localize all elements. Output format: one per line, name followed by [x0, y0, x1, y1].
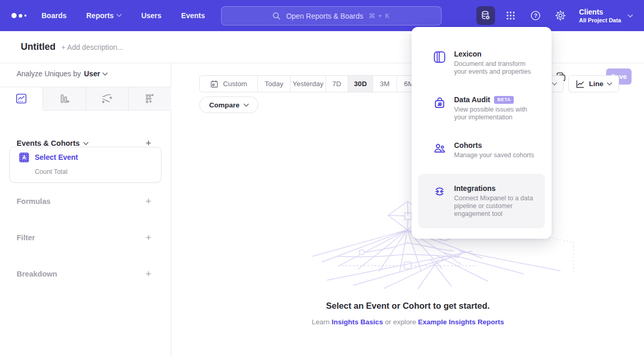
date-range-segmented-control: Custom Today Yesterday 7D 30D 3M 6M [199, 75, 421, 92]
date-range-30d[interactable]: 30D [348, 76, 373, 92]
insights-report-page: Boards Reports Users Events Open Reports… [0, 0, 644, 357]
date-range-label: 30D [354, 80, 367, 88]
top-nav: Boards Reports Users Events Open Reports… [0, 0, 644, 31]
tab-line-chart[interactable] [0, 87, 43, 111]
date-range-7d[interactable]: 7D [326, 76, 348, 92]
breakdown-section-label: Breakdown [17, 270, 57, 278]
chevron-down-icon [84, 141, 88, 145]
chevron-down-icon [553, 81, 557, 85]
chevron-down-icon [117, 12, 121, 17]
menu-item-integrations[interactable]: Integrations Connect Mixpanel to a data … [418, 174, 545, 228]
add-breakdown-button[interactable] [144, 270, 153, 279]
apps-grid-icon [505, 10, 516, 21]
date-range-label: Custom [223, 80, 248, 88]
cohorts-users-icon [433, 142, 446, 155]
line-style-icon [576, 79, 585, 89]
select-event-label[interactable]: Select Event [35, 153, 78, 161]
global-search-input[interactable]: Open Reports & Boards ⌘ + K [221, 6, 442, 25]
data-management-menu: Lexicon Document and transform your even… [412, 27, 552, 239]
menu-item-description: Document and transform your events and p… [454, 60, 537, 76]
empty-state-title: Select an Event or Cohort to get started… [172, 301, 644, 311]
add-filter-button[interactable] [144, 234, 153, 243]
nav-item-label: Users [141, 11, 161, 20]
report-description-placeholder[interactable]: + Add description... [61, 43, 123, 51]
mixpanel-logo-icon[interactable] [11, 13, 32, 18]
events-cohorts-label: Events & Cohorts [17, 139, 80, 147]
analyze-value-dropdown[interactable]: User [84, 70, 107, 78]
chart-type-tabs [0, 87, 171, 111]
nav-links: Boards Reports Users Events [42, 11, 205, 20]
date-range-custom[interactable]: Custom [200, 76, 258, 92]
chart-style-label: Line [589, 80, 604, 88]
chevron-down-icon [103, 71, 107, 75]
compare-dropdown[interactable]: Compare [199, 97, 258, 113]
project-switcher[interactable]: Clients All Project Data [579, 8, 633, 24]
metric-dots-icon [144, 93, 156, 104]
menu-item-title: Data Audit [454, 95, 490, 104]
compare-label: Compare [209, 101, 240, 109]
empty-state-subtitle: Learn Insights Basics or explore Example… [172, 318, 644, 326]
org-name: Clients [579, 8, 621, 17]
analyze-value: User [84, 70, 100, 78]
apps-grid-button[interactable] [501, 6, 520, 25]
calendar-icon [210, 80, 218, 88]
menu-item-title: Integrations [454, 184, 496, 193]
project-name: All Project Data [579, 17, 621, 24]
report-title[interactable]: Untitled [21, 42, 56, 52]
date-range-3m[interactable]: 3M [373, 76, 397, 92]
search-shortcut: ⌘ + K [368, 12, 390, 20]
data-management-button[interactable] [476, 6, 495, 25]
events-cohorts-header[interactable]: Events & Cohorts [17, 139, 88, 147]
lexicon-book-icon [433, 50, 446, 64]
date-range-label: 3M [380, 80, 390, 88]
nav-item-events[interactable]: Events [181, 11, 205, 20]
svg-text:?: ? [533, 12, 537, 19]
date-range-today[interactable]: Today [258, 76, 291, 92]
help-icon: ? [530, 10, 541, 21]
menu-item-title: Lexicon [454, 50, 482, 58]
integrations-sync-icon [433, 185, 446, 198]
menu-item-description: Manage your saved cohorts [454, 152, 537, 159]
menu-item-description: View possible issues with your implement… [454, 106, 537, 121]
example-insights-reports-link[interactable]: Example Insights Reports [418, 318, 504, 326]
database-gear-icon [480, 10, 491, 21]
menu-item-highlight: Integrations Connect Mixpanel to a data … [418, 174, 545, 228]
insights-basics-link[interactable]: Insights Basics [332, 318, 383, 326]
bar-chart-icon [59, 93, 70, 104]
line-chart-icon [16, 93, 27, 104]
settings-button[interactable] [551, 6, 570, 25]
chevron-down-icon [608, 81, 612, 85]
nav-item-users[interactable]: Users [141, 11, 161, 20]
nav-icon-group: ? Clients All Project Data [476, 0, 644, 31]
or-explore-text: or explore [385, 318, 416, 326]
menu-item-title: Cohorts [454, 141, 482, 149]
event-card[interactable]: A Select Event Count Total [9, 147, 161, 183]
date-range-yesterday[interactable]: Yesterday [291, 76, 326, 92]
flow-chart-icon [101, 92, 113, 105]
query-builder-sidebar: Analyze Uniques by User [0, 63, 171, 357]
menu-item-data-audit[interactable]: Data Audit BETA View possible issues wit… [412, 89, 552, 128]
formulas-section-label: Formulas [17, 197, 50, 205]
add-formula-button[interactable] [144, 197, 153, 207]
nav-item-reports[interactable]: Reports [86, 11, 121, 20]
chevron-down-icon [244, 102, 249, 106]
tab-flow-chart[interactable] [86, 87, 129, 110]
menu-item-lexicon[interactable]: Lexicon Document and transform your even… [412, 44, 552, 82]
menu-item-description: Connect Mixpanel to a data pipeline or c… [454, 195, 537, 218]
nav-item-label: Events [181, 11, 205, 20]
nav-item-label: Boards [42, 11, 66, 20]
menu-item-cohorts[interactable]: Cohorts Manage your saved cohorts [412, 135, 552, 166]
settings-gear-icon [555, 10, 566, 21]
count-total-dropdown[interactable]: Count Total [35, 168, 67, 175]
search-icon [272, 12, 281, 20]
search-placeholder: Open Reports & Boards [286, 12, 363, 20]
tab-bar-chart[interactable] [43, 87, 86, 110]
chevron-down-icon [628, 13, 633, 17]
filter-section-label: Filter [17, 234, 35, 242]
beta-badge: BETA [494, 96, 514, 104]
nav-item-boards[interactable]: Boards [42, 11, 66, 20]
chart-style-dropdown[interactable]: Line [568, 75, 619, 92]
tab-metric-dots[interactable] [129, 87, 171, 110]
analyze-uniques-row: Analyze Uniques by User [17, 70, 107, 78]
help-button[interactable]: ? [526, 6, 545, 25]
